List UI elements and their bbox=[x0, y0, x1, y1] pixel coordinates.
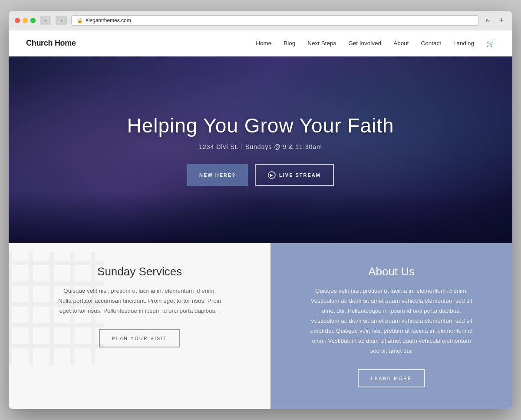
cart-icon[interactable]: 🛒 bbox=[486, 39, 495, 47]
about-us-section: About Us Quisque velit nisi, pretium ut … bbox=[270, 243, 512, 409]
nav-landing[interactable]: Landing bbox=[453, 40, 474, 46]
nav-next-steps[interactable]: Next Steps bbox=[307, 40, 336, 46]
browser-toolbar: ‹ › 🔒 elegantthemes.com ↻ + bbox=[9, 11, 512, 30]
nav-blog[interactable]: Blog bbox=[284, 40, 295, 46]
refresh-icon: ↻ bbox=[485, 17, 490, 24]
forward-icon: › bbox=[60, 18, 62, 23]
nav-get-involved[interactable]: Get Involved bbox=[348, 40, 381, 46]
forward-button[interactable]: › bbox=[56, 16, 67, 25]
back-icon: ‹ bbox=[45, 18, 46, 23]
nav-contact[interactable]: Contact bbox=[421, 40, 441, 46]
website-content: Church Home Home Blog Next Steps Get Inv… bbox=[9, 30, 512, 409]
refresh-button[interactable]: ↻ bbox=[483, 16, 492, 25]
window-controls bbox=[15, 18, 36, 23]
close-dot[interactable] bbox=[15, 18, 20, 23]
hero-subtitle: 1234 Divi St. | Sundays @ 9 & 11:30am bbox=[127, 143, 394, 150]
live-stream-label: LIVE STREAM bbox=[279, 172, 321, 178]
learn-more-button[interactable]: LEARN MORE bbox=[358, 369, 425, 387]
address-bar[interactable]: 🔒 elegantthemes.com bbox=[71, 15, 478, 26]
new-tab-button[interactable]: + bbox=[497, 16, 506, 25]
site-header: Church Home Home Blog Next Steps Get Inv… bbox=[9, 30, 512, 56]
live-stream-button[interactable]: ▶ LIVE STREAM bbox=[255, 164, 334, 186]
site-nav: Home Blog Next Steps Get Involved About … bbox=[256, 39, 495, 47]
lock-icon: 🔒 bbox=[77, 18, 83, 23]
new-here-button[interactable]: NEW HERE? bbox=[187, 164, 248, 186]
add-tab-icon: + bbox=[499, 16, 504, 25]
nav-home[interactable]: Home bbox=[256, 40, 271, 46]
hero-title: Helping You Grow Your Faith bbox=[127, 114, 394, 137]
hero-content: Helping You Grow Your Faith 1234 Divi St… bbox=[127, 114, 394, 186]
sunday-services-title: Sunday Services bbox=[97, 265, 182, 278]
hero-section: Helping You Grow Your Faith 1234 Divi St… bbox=[9, 56, 512, 243]
maximize-dot[interactable] bbox=[30, 18, 36, 23]
sunday-services-text: Quisque velit nisi, pretium ut lacinia i… bbox=[57, 286, 222, 316]
browser-window: ‹ › 🔒 elegantthemes.com ↻ + Church Home … bbox=[9, 11, 512, 409]
plan-your-visit-button[interactable]: PLAN YOUR VISIT bbox=[99, 329, 180, 347]
sections-row: Sunday Services Quisque velit nisi, pret… bbox=[9, 243, 512, 409]
hero-buttons: NEW HERE? ▶ LIVE STREAM bbox=[127, 164, 394, 186]
about-us-text: Quisque velit nisi, pretium ut lacinia i… bbox=[309, 286, 474, 356]
url-text: elegantthemes.com bbox=[86, 17, 131, 23]
about-us-title: About Us bbox=[368, 265, 415, 278]
play-icon: ▶ bbox=[268, 171, 276, 179]
sunday-services-section: Sunday Services Quisque velit nisi, pret… bbox=[9, 243, 270, 409]
back-button[interactable]: ‹ bbox=[40, 16, 51, 25]
minimize-dot[interactable] bbox=[23, 18, 28, 23]
nav-about[interactable]: About bbox=[393, 40, 409, 46]
site-logo[interactable]: Church Home bbox=[26, 39, 76, 48]
